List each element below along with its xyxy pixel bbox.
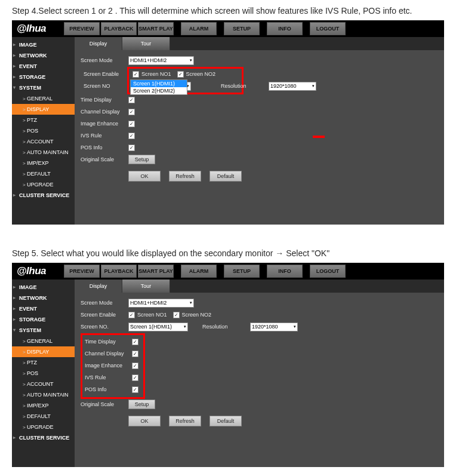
- tab-tour[interactable]: Tour: [122, 37, 170, 50]
- chk-screen2[interactable]: ✓: [173, 312, 180, 318]
- tab-display[interactable]: Display: [75, 280, 122, 293]
- sel-screen-no[interactable]: Screen 1(HDMI1)▾: [128, 323, 188, 331]
- lbl-screen-mode: Screen Mode: [81, 300, 128, 306]
- chk-time-display[interactable]: ✓: [132, 339, 138, 345]
- side-account[interactable]: ACCOUNT: [12, 136, 75, 147]
- nav-preview[interactable]: PREVIEW: [64, 265, 100, 278]
- lbl-original-scale: Original Scale: [81, 401, 128, 407]
- step5-heading: Step 5. Select what you would like displ…: [0, 242, 456, 263]
- lbl-resolution: Resolution: [202, 324, 250, 330]
- tabbar: Display Tour: [75, 280, 444, 293]
- side-cluster[interactable]: CLUSTER SERVICE: [12, 432, 75, 443]
- nav-setup[interactable]: SETUP: [224, 22, 260, 35]
- nav-preview[interactable]: PREVIEW: [64, 22, 100, 35]
- side-automaintain[interactable]: AUTO MAINTAIN: [12, 147, 75, 158]
- side-system[interactable]: SYSTEM: [12, 82, 75, 93]
- nav-setup[interactable]: SETUP: [224, 265, 260, 278]
- chevron-down-icon: ▾: [190, 300, 192, 305]
- side-cluster[interactable]: CLUSTER SERVICE: [12, 190, 75, 201]
- tab-tour[interactable]: Tour: [122, 280, 170, 293]
- lbl-screen-enable: Screen Enable: [81, 312, 128, 318]
- nav-smartplay[interactable]: SMART PLAY: [138, 265, 174, 278]
- btn-default[interactable]: Default: [209, 171, 242, 182]
- chk-ivs-rule[interactable]: ✓: [132, 374, 138, 381]
- chevron-down-icon: ▾: [312, 84, 315, 88]
- side-ptz[interactable]: PTZ: [12, 357, 75, 368]
- opt-screen2[interactable]: Screen 2(HDMI2): [131, 87, 187, 94]
- lbl-channel-display: Channel Display: [81, 109, 128, 115]
- side-default[interactable]: DEFAULT: [12, 168, 75, 179]
- sel-screen-mode[interactable]: HDMI1+HDMI2▾: [128, 56, 194, 65]
- chk-ivs-rule[interactable]: ✓: [128, 133, 135, 139]
- side-event[interactable]: EVENT: [12, 61, 75, 72]
- sel-screen-mode[interactable]: HDMI1+HDMI2▾: [128, 299, 194, 308]
- nav-smartplay[interactable]: SMART PLAY: [138, 22, 174, 35]
- lbl-screen-no: Screen NO.: [81, 324, 128, 330]
- nav-alarm[interactable]: ALARM: [181, 265, 217, 278]
- lbl-screen-enable: Screen Enable: [84, 71, 131, 77]
- lbl-screen-no: Screen NO: [84, 83, 131, 89]
- chk-screen1[interactable]: ✓: [133, 71, 139, 78]
- lbl-ivs-rule: IVS Rule: [85, 374, 132, 380]
- nav-logout[interactable]: LOGOUT: [310, 22, 346, 35]
- tabbar: Display Tour: [75, 37, 444, 50]
- side-display[interactable]: DISPLAY: [12, 104, 75, 115]
- nav-alarm[interactable]: ALARM: [181, 22, 217, 35]
- side-event[interactable]: EVENT: [12, 303, 75, 314]
- btn-setup[interactable]: Setup: [128, 155, 155, 164]
- side-network[interactable]: NETWORK: [12, 293, 75, 303]
- nav-info[interactable]: INFO: [267, 265, 303, 278]
- nav-info[interactable]: INFO: [267, 22, 303, 35]
- nav-logout[interactable]: LOGOUT: [310, 265, 346, 278]
- btn-refresh[interactable]: Refresh: [169, 171, 201, 182]
- side-ptz[interactable]: PTZ: [12, 115, 75, 125]
- btn-ok[interactable]: OK: [128, 416, 161, 426]
- chk-pos-info[interactable]: ✓: [132, 386, 138, 393]
- side-image[interactable]: IMAGE: [12, 282, 75, 293]
- chk-screen1[interactable]: ✓: [128, 312, 135, 318]
- side-upgrade[interactable]: UPGRADE: [12, 179, 75, 190]
- chk-screen2[interactable]: ✓: [177, 71, 184, 78]
- side-storage[interactable]: STORAGE: [12, 72, 75, 82]
- nav-playback[interactable]: PLAYBACK: [101, 265, 137, 278]
- tab-display[interactable]: Display: [75, 37, 122, 50]
- form: Screen Mode HDMI1+HDMI2▾ Screen Enable ✓…: [75, 50, 444, 186]
- btn-refresh[interactable]: Refresh: [169, 416, 201, 426]
- side-image[interactable]: IMAGE: [12, 39, 75, 50]
- side-network[interactable]: NETWORK: [12, 50, 75, 61]
- side-general[interactable]: GENERAL: [12, 336, 75, 346]
- lbl-image-enhance: Image Enhance: [85, 363, 132, 368]
- btn-default[interactable]: Default: [209, 416, 242, 426]
- chk-channel-display[interactable]: ✓: [128, 109, 135, 115]
- side-account[interactable]: ACCOUNT: [12, 379, 75, 389]
- side-upgrade[interactable]: UPGRADE: [12, 422, 75, 432]
- topnav: PREVIEW PLAYBACK SMART PLAY ALARM SETUP …: [64, 22, 346, 35]
- chk-channel-display[interactable]: ✓: [132, 351, 138, 357]
- lbl-resolution: Resolution: [221, 83, 269, 89]
- sel-resolution[interactable]: 1920*1080▾: [269, 82, 316, 91]
- btn-ok[interactable]: OK: [128, 171, 161, 182]
- sel-resolution[interactable]: 1920*1080▾: [250, 323, 298, 331]
- chk-pos-info[interactable]: ✓: [128, 145, 135, 151]
- screen-no-dropdown-open[interactable]: Screen 1(HDMI1) Screen 2(HDMI2): [130, 79, 187, 95]
- side-automaintain[interactable]: AUTO MAINTAIN: [12, 389, 75, 400]
- side-default[interactable]: DEFAULT: [12, 411, 75, 422]
- side-pos[interactable]: POS: [12, 125, 75, 136]
- lbl-pos-info: POS Info: [81, 145, 128, 151]
- side-general[interactable]: GENERAL: [12, 93, 75, 104]
- nav-playback[interactable]: PLAYBACK: [101, 22, 137, 35]
- opt-screen1[interactable]: Screen 1(HDMI1): [131, 80, 187, 87]
- side-pos[interactable]: POS: [12, 368, 75, 379]
- side-impexp[interactable]: IMP/EXP: [12, 158, 75, 168]
- side-storage[interactable]: STORAGE: [12, 314, 75, 325]
- chk-image-enhance[interactable]: ✓: [128, 121, 135, 127]
- btn-setup[interactable]: Setup: [128, 400, 155, 409]
- topnav: PREVIEW PLAYBACK SMART PLAY ALARM SETUP …: [64, 265, 346, 278]
- chk-time-display[interactable]: ✓: [128, 97, 135, 103]
- lbl-channel-display: Channel Display: [85, 351, 132, 357]
- chk-image-enhance[interactable]: ✓: [132, 363, 138, 369]
- side-display[interactable]: DISPLAY: [12, 346, 75, 357]
- side-impexp[interactable]: IMP/EXP: [12, 400, 75, 411]
- chklbl-screen1: Screen NO1: [141, 71, 171, 77]
- side-system[interactable]: SYSTEM: [12, 325, 75, 336]
